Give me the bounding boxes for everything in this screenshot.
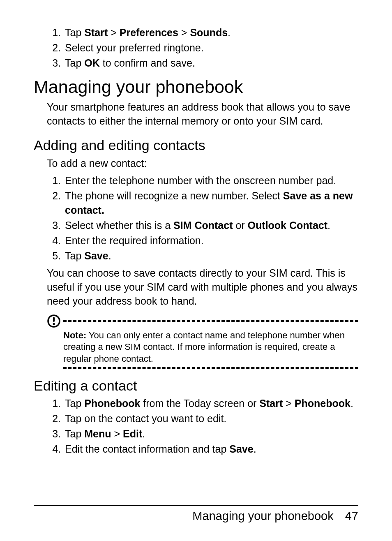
step-number: 4. xyxy=(47,234,65,248)
list-item: 2. The phone will recognize a new number… xyxy=(47,189,358,217)
text: . xyxy=(108,250,111,261)
warning-icon xyxy=(47,314,61,328)
list-item: 4. Enter the required information. xyxy=(47,234,358,248)
step-number: 3. xyxy=(47,56,65,70)
text: Tap xyxy=(65,27,84,38)
h1-managing-phonebook: Managing your phonebook xyxy=(34,77,358,97)
bold-text: Save xyxy=(84,250,108,261)
step-number: 3. xyxy=(47,218,65,233)
h2-editing-contact: Editing a contact xyxy=(34,378,358,394)
text: . xyxy=(142,428,145,439)
step-number: 2. xyxy=(47,189,65,217)
bold-text: Menu xyxy=(84,428,111,439)
svg-point-2 xyxy=(53,323,55,325)
text: Tap xyxy=(65,398,84,409)
bold-text: SIM Contact xyxy=(173,220,233,231)
sim-paragraph: You can choose to save contacts directly… xyxy=(47,266,358,308)
step-text: Edit the contact information and tap Sav… xyxy=(65,442,256,456)
step-number: 4. xyxy=(47,442,65,456)
text: The phone will recognize a new number. S… xyxy=(65,190,283,201)
step-text: Enter the required information. xyxy=(65,234,204,248)
text: . xyxy=(350,398,353,409)
page: 1. Tap Start > Preferences > Sounds. 2. … xyxy=(0,0,392,541)
step-text: Tap Menu > Edit. xyxy=(65,427,145,441)
text: > xyxy=(178,27,190,38)
note-body: You can only enter a contact name and te… xyxy=(63,330,345,364)
bold-text: Phonebook xyxy=(84,398,140,409)
text: Edit the contact information and tap xyxy=(65,443,229,455)
bold-text: OK xyxy=(84,57,100,69)
dash-line xyxy=(63,320,358,322)
list-item: 1. Tap Phonebook from the Today screen o… xyxy=(47,396,358,411)
step-text: Select your preferred ringtone. xyxy=(65,41,204,55)
bold-text: Save xyxy=(229,443,253,455)
text: Tap xyxy=(65,428,84,439)
step-text: The phone will recognize a new number. S… xyxy=(65,189,358,217)
list-item: 3. Tap OK to confirm and save. xyxy=(47,56,358,70)
text: . xyxy=(254,443,256,455)
list-item: 2. Tap on the contact you want to edit. xyxy=(47,412,358,426)
list-item: 3. Select whether this is a SIM Contact … xyxy=(47,218,358,233)
add-step-list: 1. Enter the telephone number with the o… xyxy=(47,173,358,263)
bold-text: Edit xyxy=(123,428,142,439)
bold-text: Outlook Contact xyxy=(248,220,327,231)
svg-rect-1 xyxy=(53,317,55,322)
text: > xyxy=(108,27,120,38)
dash-line xyxy=(63,367,358,369)
text: from the Today screen or xyxy=(140,398,259,409)
bold-text: Phone­book xyxy=(295,398,350,409)
step-text: Select whether this is a SIM Contact or … xyxy=(65,218,330,233)
list-item: 5. Tap Save. xyxy=(47,249,358,263)
step-text: Enter the telephone number with the onsc… xyxy=(65,173,336,188)
top-step-list: 1. Tap Start > Preferences > Sounds. 2. … xyxy=(47,25,358,70)
text: Tap xyxy=(65,250,84,261)
list-item: 1. Tap Start > Preferences > Sounds. xyxy=(47,25,358,40)
page-footer: Managing your phonebook 47 xyxy=(34,505,358,523)
add-intro: To add a new contact: xyxy=(47,157,358,171)
edit-step-list: 1. Tap Phonebook from the Today screen o… xyxy=(47,396,358,456)
text: or xyxy=(233,220,247,231)
step-text: Tap Phonebook from the Today screen or S… xyxy=(65,396,353,411)
h2-adding-editing: Adding and editing contacts xyxy=(34,137,358,153)
step-number: 1. xyxy=(47,396,65,411)
step-number: 1. xyxy=(47,173,65,188)
intro-paragraph: Your smartphone features an address book… xyxy=(47,100,358,128)
bold-text: Start xyxy=(84,27,108,38)
step-text: Tap Save. xyxy=(65,249,111,263)
step-number: 2. xyxy=(47,41,65,55)
step-number: 5. xyxy=(47,249,65,263)
footer-rule xyxy=(34,505,358,506)
footer-page-number: 47 xyxy=(345,509,358,523)
step-number: 3. xyxy=(47,427,65,441)
note-text: Note: You can only enter a contact name … xyxy=(63,330,358,365)
bold-text: Sounds xyxy=(190,27,228,38)
step-number: 2. xyxy=(47,412,65,426)
list-item: 1. Enter the telephone number with the o… xyxy=(47,173,358,188)
bold-text: Preferences xyxy=(120,27,178,38)
step-text: Tap on the contact you want to edit. xyxy=(65,412,226,426)
list-item: 4. Edit the contact information and tap … xyxy=(47,442,358,456)
footer-title: Managing your phonebook xyxy=(192,509,333,523)
note-head xyxy=(47,314,358,328)
note-block: Note: You can only enter a contact name … xyxy=(47,314,358,369)
step-text: Tap OK to confirm and save. xyxy=(65,56,195,70)
note-label: Note: xyxy=(63,330,86,340)
step-number: 1. xyxy=(47,25,65,40)
text: Select whether this is a xyxy=(65,220,173,231)
list-item: 2. Select your preferred ringtone. xyxy=(47,41,358,55)
text: > xyxy=(111,428,123,439)
text: . xyxy=(327,220,330,231)
text: . xyxy=(228,27,231,38)
bold-text: Start xyxy=(259,398,283,409)
text: Tap xyxy=(65,57,84,69)
list-item: 3. Tap Menu > Edit. xyxy=(47,427,358,441)
text: > xyxy=(283,398,295,409)
step-text: Tap Start > Preferences > Sounds. xyxy=(65,25,231,40)
footer-row: Managing your phonebook 47 xyxy=(34,509,358,523)
text: to confirm and save. xyxy=(100,57,195,69)
